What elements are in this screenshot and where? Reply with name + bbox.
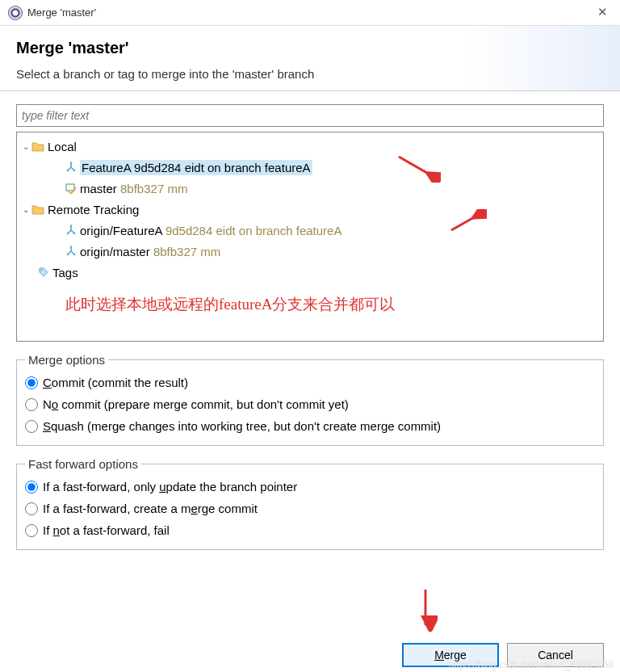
branch-icon <box>65 246 77 257</box>
eclipse-icon <box>8 6 23 20</box>
dialog-body: ⌄ Local FeatureA 9d5d284 eidt on branch … <box>0 91 620 550</box>
svg-point-6 <box>73 233 76 235</box>
page-subtitle: Select a branch or tag to merge into the… <box>16 67 604 81</box>
tree-item-origin-master[interactable]: origin/master 8bfb327 mm <box>19 241 601 262</box>
tree-node-tags[interactable]: Tags <box>19 262 601 283</box>
branch-tree[interactable]: ⌄ Local FeatureA 9d5d284 eidt on branch … <box>16 132 604 342</box>
merge-options-group: Merge options Commit (commit the result)… <box>16 353 604 446</box>
fast-forward-options-group: Fast forward options If a fast-forward, … <box>16 457 604 550</box>
tree-node-remote[interactable]: ⌄ Remote Tracking <box>19 199 601 220</box>
tree-item-origin-featureA[interactable]: origin/FeatureA 9d5d284 eidt on branch f… <box>19 220 601 241</box>
tree-node-local[interactable]: ⌄ Local <box>19 136 601 157</box>
chevron-down-icon[interactable]: ⌄ <box>20 142 31 151</box>
arrow-annotation-icon <box>413 586 438 632</box>
tree-label: Tags <box>52 266 78 279</box>
folder-icon <box>31 141 44 152</box>
radio-input[interactable] <box>25 398 38 411</box>
svg-point-10 <box>41 270 43 271</box>
tree-item-featureA[interactable]: FeatureA 9d5d284 eidt on branch featureA <box>19 157 601 178</box>
svg-point-1 <box>67 170 69 172</box>
tree-item-label: origin/master 8bfb327 mm <box>80 245 220 258</box>
radio-input[interactable] <box>25 376 38 389</box>
svg-point-0 <box>70 162 73 164</box>
svg-point-9 <box>73 254 76 256</box>
group-legend: Merge options <box>25 353 108 367</box>
radio-commit[interactable]: Commit (commit the result) <box>25 372 595 393</box>
radio-ff-merge[interactable]: If a fast-forward, create a merge commit <box>25 498 595 519</box>
tags-icon <box>38 267 49 278</box>
tree-label: Remote Tracking <box>48 203 139 216</box>
tree-item-label: origin/FeatureA 9d5d284 eidt on branch f… <box>80 224 341 237</box>
tree-item-master[interactable]: master 8bfb327 mm <box>19 178 601 199</box>
svg-rect-3 <box>66 184 74 191</box>
folder-icon <box>31 204 44 215</box>
page-title: Merge 'master' <box>16 39 604 57</box>
cancel-button[interactable]: Cancel <box>507 643 604 667</box>
svg-point-8 <box>67 254 69 256</box>
tree-item-label: master 8bfb327 mm <box>80 182 187 195</box>
svg-point-2 <box>73 170 76 172</box>
radio-input[interactable] <box>25 481 38 494</box>
radio-input[interactable] <box>25 420 38 433</box>
radio-input[interactable] <box>25 524 38 537</box>
button-bar: Merge Cancel <box>402 643 604 667</box>
radio-squash[interactable]: Squash (merge changes into working tree,… <box>25 415 595 437</box>
radio-input[interactable] <box>25 502 38 515</box>
filter-input[interactable] <box>16 104 604 127</box>
merge-button[interactable]: Merge <box>402 643 499 667</box>
tree-item-label: FeatureA 9d5d284 eidt on branch featureA <box>80 160 312 175</box>
group-legend: Fast forward options <box>25 457 141 471</box>
chevron-down-icon[interactable]: ⌄ <box>20 205 31 214</box>
radio-no-commit[interactable]: No commit (prepare merge commit, but don… <box>25 393 595 415</box>
svg-point-7 <box>70 246 73 248</box>
branch-icon <box>65 225 77 236</box>
branch-checkout-icon <box>65 183 77 194</box>
branch-icon <box>65 162 77 173</box>
tree-label: Local <box>48 140 77 153</box>
titlebar: Merge 'master' ✕ <box>0 0 620 26</box>
window-title: Merge 'master' <box>27 6 96 19</box>
annotation-text: 此时选择本地或远程的featureA分支来合并都可以 <box>19 283 601 315</box>
radio-ff-update[interactable]: If a fast-forward, only update the branc… <box>25 476 595 498</box>
dialog-header: Merge 'master' Select a branch or tag to… <box>0 26 620 91</box>
svg-point-5 <box>67 233 69 235</box>
radio-ff-fail[interactable]: If not a fast-forward, fail <box>25 519 595 541</box>
svg-point-4 <box>70 225 73 227</box>
close-icon[interactable]: ✕ <box>594 5 610 21</box>
